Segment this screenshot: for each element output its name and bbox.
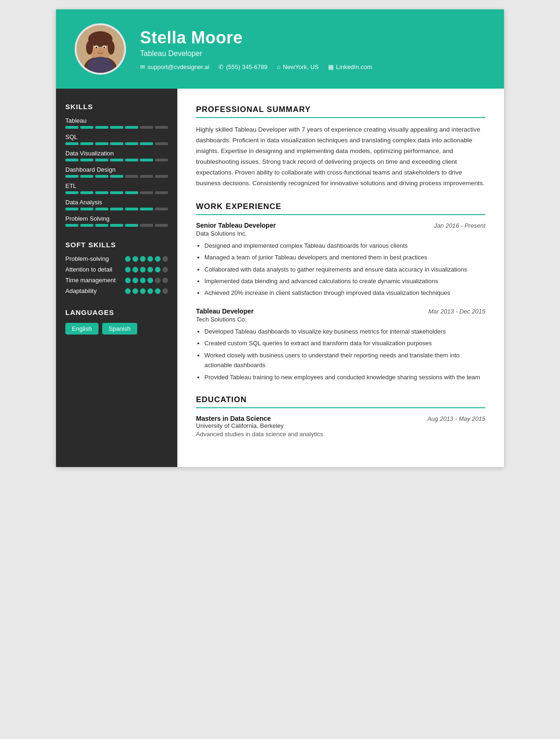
- skill-segment: [155, 159, 168, 161]
- soft-skill-dot: [162, 267, 168, 272]
- header-contact: ✉ support@cvdesigner.ai ✆ (555) 345-6789…: [140, 63, 372, 70]
- job-bullets: Designed and implemented complex Tableau…: [196, 241, 485, 298]
- skill-segment: [110, 175, 123, 178]
- soft-skill-dots: [125, 256, 168, 262]
- body: SKILLS TableauSQLData VisualizationDashb…: [56, 89, 504, 467]
- skill-segment: [110, 142, 123, 145]
- soft-skill-dot: [133, 256, 138, 262]
- header-name: Stella Moore: [140, 28, 372, 48]
- skill-segment: [155, 208, 168, 210]
- soft-skill-dot: [140, 288, 146, 294]
- skill-segment: [80, 191, 93, 194]
- soft-skill-dot: [155, 256, 161, 262]
- skill-segment: [125, 159, 138, 161]
- skill-segment: [65, 175, 78, 178]
- skill-segment: [110, 208, 123, 210]
- skill-item: Data Visualization: [65, 150, 168, 161]
- soft-skill-dot: [155, 278, 161, 283]
- job-title: Tableau Developer: [196, 307, 253, 315]
- job-bullet: Managed a team of junior Tableau develop…: [204, 252, 485, 262]
- skill-name: Problem Solving: [65, 215, 168, 222]
- skill-segment: [140, 159, 153, 161]
- skill-segment: [155, 126, 168, 129]
- resume: Stella Moore Tableau Developer ✉ support…: [56, 9, 504, 467]
- skill-segment: [125, 191, 138, 194]
- job-bullet: Implemented data blending and advanced c…: [204, 276, 485, 286]
- language-tag: Spanish: [102, 323, 137, 335]
- header-location: ⌂ NewYork, US: [277, 63, 319, 70]
- header: Stella Moore Tableau Developer ✉ support…: [56, 9, 504, 89]
- header-email: ✉ support@cvdesigner.ai: [140, 63, 209, 70]
- edu-description: Advanced studies in data science and ana…: [196, 431, 485, 438]
- skill-segment: [140, 175, 153, 178]
- skill-name: Data Analysis: [65, 199, 168, 206]
- skill-segment: [140, 208, 153, 210]
- skill-segment: [65, 142, 78, 145]
- job-header: Senior Tableau DeveloperJan 2016 - Prese…: [196, 222, 485, 229]
- soft-skill-item: Attention to detail: [65, 266, 168, 273]
- phone-icon: ✆: [218, 63, 224, 70]
- education-section: EDUCATION Masters in Data ScienceAug 201…: [196, 395, 485, 438]
- soft-skill-item: Adaptability: [65, 287, 168, 294]
- avatar: [75, 23, 126, 75]
- skill-segment: [80, 208, 93, 210]
- skill-bar: [65, 126, 168, 129]
- soft-skill-dot: [140, 267, 146, 272]
- soft-skill-dot: [125, 288, 131, 294]
- skill-segment: [140, 126, 153, 129]
- skill-segment: [65, 159, 78, 161]
- email-icon: ✉: [140, 63, 145, 70]
- soft-skills-list: Problem-solvingAttention to detailTime m…: [65, 255, 168, 294]
- soft-skill-dots: [125, 267, 168, 272]
- job-bullet: Achieved 20% increase in client satisfac…: [204, 288, 485, 298]
- skill-bar: [65, 224, 168, 227]
- skill-segment: [125, 175, 138, 178]
- skill-segment: [125, 208, 138, 210]
- svg-point-6: [108, 41, 115, 55]
- soft-skill-item: Time management: [65, 277, 168, 284]
- job-company: Data Solutions Inc.: [196, 230, 485, 237]
- education-list: Masters in Data ScienceAug 2013 - May 20…: [196, 415, 485, 438]
- language-tag: English: [65, 323, 98, 335]
- job-bullet: Designed and implemented complex Tableau…: [204, 241, 485, 251]
- skill-segment: [110, 224, 123, 227]
- soft-skill-dot: [133, 267, 138, 272]
- main-content: PROFESSIONAL SUMMARY Highly skilled Tabl…: [177, 89, 504, 467]
- job-bullet: Provided Tableau training to new employe…: [204, 372, 485, 382]
- job-bullets: Developed Tableau dashboards to visualiz…: [196, 327, 485, 382]
- skill-segment: [110, 191, 123, 194]
- experience-section: WORK EXPERIENCE Senior Tableau Developer…: [196, 202, 485, 382]
- soft-skill-dot: [147, 278, 153, 283]
- svg-point-9: [96, 46, 98, 48]
- skill-segment: [95, 126, 108, 129]
- skills-heading: SKILLS: [65, 103, 168, 111]
- skill-segment: [140, 224, 153, 227]
- skill-segment: [65, 208, 78, 210]
- experience-heading: WORK EXPERIENCE: [196, 202, 485, 215]
- soft-skill-dot: [125, 256, 131, 262]
- skill-segment: [65, 191, 78, 194]
- skill-segment: [80, 175, 93, 178]
- summary-text: Highly skilled Tableau Developer with 7 …: [196, 125, 485, 189]
- skill-bar: [65, 191, 168, 194]
- soft-skill-dot: [125, 267, 131, 272]
- summary-section: PROFESSIONAL SUMMARY Highly skilled Tabl…: [196, 105, 485, 189]
- skill-segment: [80, 126, 93, 129]
- svg-point-11: [99, 49, 101, 51]
- soft-skill-dot: [147, 267, 153, 272]
- lang-tags: EnglishSpanish: [65, 323, 168, 335]
- svg-point-5: [86, 41, 93, 55]
- skill-segment: [125, 126, 138, 129]
- skill-name: Dashboard Design: [65, 166, 168, 173]
- soft-skill-dot: [147, 256, 153, 262]
- skill-segment: [95, 224, 108, 227]
- job-bullet: Created custom SQL queries to extract an…: [204, 338, 485, 348]
- skill-segment: [95, 191, 108, 194]
- skill-segment: [65, 126, 78, 129]
- soft-skill-dot: [162, 278, 168, 283]
- skills-list: TableauSQLData VisualizationDashboard De…: [65, 117, 168, 227]
- soft-skill-dot: [133, 288, 138, 294]
- job-dates: Jan 2016 - Present: [434, 222, 485, 229]
- soft-skill-dot: [125, 278, 131, 283]
- jobs-list: Senior Tableau DeveloperJan 2016 - Prese…: [196, 222, 485, 382]
